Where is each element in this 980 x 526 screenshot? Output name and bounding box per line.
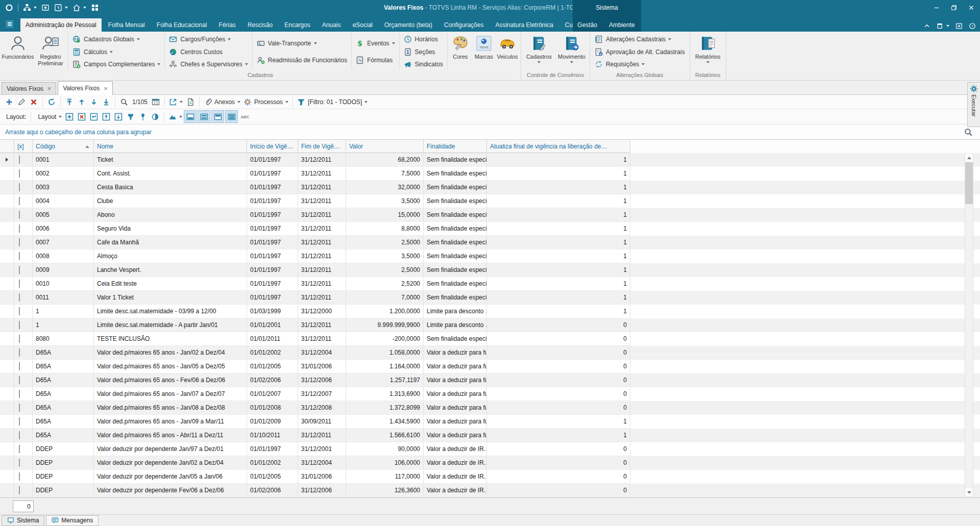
ribbon-button-f-rmulas[interactable]: fxFórmulas [356,55,395,66]
clock-box-button[interactable] [54,4,68,12]
menu-tab-anuais[interactable]: Anuais [317,18,346,32]
ribbon-button-vale-transporte[interactable]: Vale-Transporte [257,38,347,49]
statusbar-tab-mensagens[interactable]: Mensagens [46,515,99,526]
layout-restore-button[interactable] [88,111,100,123]
column-header-c-digo[interactable]: Código [33,140,94,153]
processos-button[interactable]: Processos [242,96,290,108]
row-checkbox[interactable] [19,390,20,398]
ribbon-button-readmiss-o-de-funcion-rios[interactable]: Readmissão de Funcionários [257,55,347,66]
ribbon-button-sindicatos[interactable]: Sindicatos [404,59,443,70]
ribbon-button-cadastros-globais[interactable]: Cadastros Globais [72,34,160,45]
menu-tab-f-rias[interactable]: Férias [214,18,241,32]
table-row[interactable]: D65AValor ded.p/maiores 65 anos - Jan/08… [0,401,980,415]
edit-record-button[interactable] [15,96,28,108]
row-checkbox[interactable] [19,335,20,343]
row-checkbox[interactable] [19,486,20,494]
ribbon-button-eventos[interactable]: $Eventos [356,38,395,49]
executar-side-tab[interactable]: Executar [967,82,980,127]
window-switch-button[interactable] [937,22,949,30]
ribbon-button-altera-es-cadastrais[interactable]: Alterações Cadastrais [595,34,685,45]
layout-theme-button[interactable] [149,111,161,123]
help-button[interactable]: ? [969,22,976,30]
table-row[interactable]: DDEPValor deduzir por dependente Jan/05 … [0,470,980,484]
document-tab-2[interactable]: Valores Fixos× [58,81,112,95]
table-row[interactable]: 8080TESTE INCLUSÃO01/01/201131/12/2011-2… [0,332,980,346]
filtro-button[interactable]: [Filtro: 01 - TODOS] [296,96,369,108]
menu-tab-rescis-o[interactable]: Rescisão [242,18,278,32]
maximize-button[interactable] [945,0,963,15]
layout-export-button[interactable] [112,111,125,123]
export-button[interactable] [167,96,184,108]
table-row[interactable]: 0003Cesta Basica01/01/199731/12/201132,0… [0,181,980,194]
ribbon-button-movimento[interactable]: Movimento [555,32,588,71]
row-checkbox[interactable] [19,169,20,178]
column-header-atualiza-final-de-vig-ncia-na-libera-o-dex[interactable]: Atualiza final de vigência na liberação … [487,140,630,153]
table-row[interactable]: 0009Lanche Vespert.01/01/199731/12/20112… [0,263,980,277]
table-row[interactable]: DDEPValor deduzir por dependente Jan/97 … [0,442,980,456]
table-row[interactable]: 0004Clube01/01/199731/12/20113,5000Sem f… [0,194,980,208]
apps-button[interactable] [91,4,99,12]
menu-tab-esocial[interactable]: eSocial [348,18,378,32]
view-split-toggle[interactable] [198,110,210,123]
row-checkbox[interactable] [19,224,20,233]
menu-tab-configura-es[interactable]: Configurações [439,18,488,32]
table-row[interactable]: D65AValor ded.p/maiores 65 anos - Jan/07… [0,387,980,401]
ribbon-button-hor-rios[interactable]: Horários [404,34,443,45]
refresh-button[interactable] [45,96,58,108]
table-row[interactable]: 1Limite desc.sal.maternidade - 03/99 a 1… [0,305,980,318]
ribbon-button-cargos-fun-es[interactable]: Cargos/Funções [169,34,248,45]
ribbon-button-relat-rios[interactable]: Relatórios [692,32,724,71]
next-record-button[interactable] [88,96,100,108]
table-row[interactable]: 1Limite desc.sal.maternidade - A partir … [0,318,980,332]
home-button[interactable] [72,4,86,12]
layout-pin-button[interactable] [137,111,149,123]
column-header-nome[interactable]: Nome [94,140,247,153]
column-header-finalidade[interactable]: Finalidade [424,140,487,153]
minimize-button[interactable] [928,0,945,15]
table-row[interactable]: 0002Cont. Assist.01/01/199731/12/20117,5… [0,167,980,181]
row-checkbox[interactable] [19,238,20,246]
close-button[interactable] [963,0,980,15]
ribbon-button-se-es[interactable]: Seções [404,46,443,58]
row-checkbox[interactable] [19,307,20,315]
close-view-button[interactable] [955,22,963,30]
statusbar-tab-sistema[interactable]: Sistema [2,515,44,526]
ribbon-button-funcion-rios[interactable]: Funcionários [2,32,34,71]
table-row[interactable]: DDEPValor deduzir por dependente Jan/02 … [0,456,980,470]
menu-tab-assinatura-eletr-nica[interactable]: Assinatura Eletrônica [490,18,558,32]
table-row[interactable]: 0010Ceia Edit teste01/01/199731/12/20112… [0,277,980,291]
last-record-button[interactable] [100,96,112,108]
search-record-button[interactable] [118,96,130,108]
ribbon-button-requisi-es[interactable]: Requisições [595,59,685,70]
table-row[interactable]: D65AValor ded.p/maiores 65 anos - Jan/02… [0,346,980,360]
anexos-button[interactable]: Anexos [202,96,242,108]
first-record-button[interactable] [63,96,76,108]
context-tab-gest-o[interactable]: Gestão [572,18,602,32]
report-button[interactable] [184,96,197,108]
row-checkbox[interactable] [19,211,20,219]
ribbon-button-registro-preliminar[interactable]: Registro Preliminar [34,32,67,71]
layout-import-button[interactable] [100,111,112,123]
ribbon-button-centros-custos[interactable]: Centros Custos [169,46,248,58]
context-tab-ambiente[interactable]: Ambiente [604,18,640,32]
row-checkbox[interactable] [19,404,20,412]
table-row[interactable]: 0006Seguro Vida01/01/199731/12/20118,800… [0,222,980,236]
view-bottom-toggle[interactable] [184,110,197,123]
ribbon-button-cores[interactable]: Cores [449,32,472,71]
tab-close-icon[interactable]: × [47,85,52,92]
ribbon-button-aprova-o-de-alt-cadastrais[interactable]: Aprovação de Alt. Cadastrais [595,46,685,58]
row-checkbox[interactable] [19,156,20,164]
ribbon-button-chefes-e-supervisores[interactable]: Chefes e Supervisores [169,59,248,70]
table-row[interactable]: 0007Cafe da Manhã01/01/199731/12/20112,5… [0,236,980,249]
table-row[interactable]: DDEPValor deduzir por dependente Fev/06 … [0,484,980,497]
delete-record-button[interactable] [28,96,40,108]
menu-tab-administra-o-de-pessoal[interactable]: Administração de Pessoal [20,18,102,32]
column-header-valor[interactable]: Valor [346,140,424,153]
table-row[interactable]: D65AValor ded.p/maiores 65 anos - Fev/06… [0,373,980,387]
chart-view-button[interactable] [167,111,184,123]
ribbon-button-c-lculos[interactable]: Cálculos [72,46,160,58]
tab-close-icon[interactable]: × [104,85,108,92]
menu-tab-or-amento-beta[interactable]: Orçamento (beta) [379,18,437,32]
row-checkbox[interactable] [19,348,20,357]
column-chooser-button[interactable] [150,96,162,108]
